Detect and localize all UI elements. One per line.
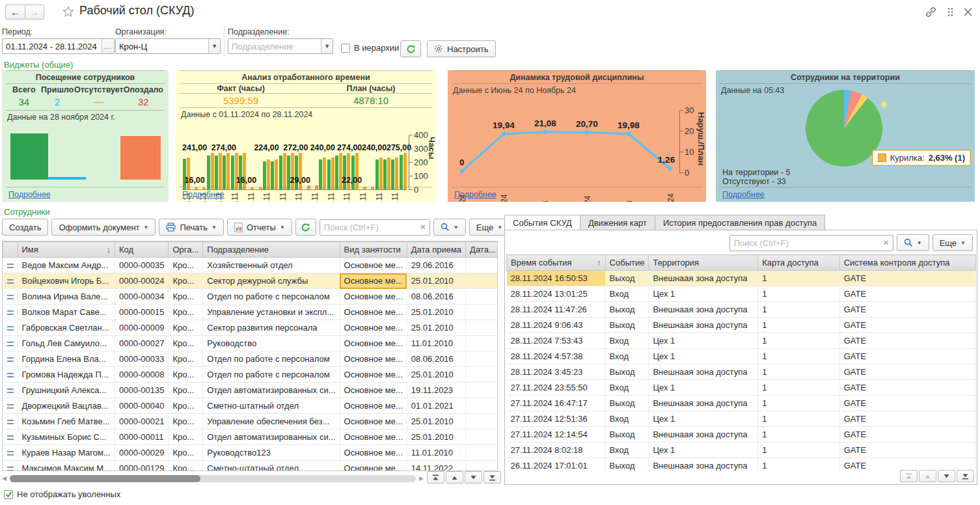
employees-search-field[interactable]: ✕ — [320, 219, 430, 236]
forward-button[interactable]: → — [25, 5, 44, 20]
tab-skud-events[interactable]: События СКУД — [504, 215, 580, 230]
employees-refresh-button[interactable] — [295, 219, 316, 236]
favorite-star-icon[interactable] — [62, 5, 75, 18]
tab-access-rights-history[interactable]: История предоставления прав доступа — [655, 215, 825, 230]
scroll-thumb[interactable] — [10, 475, 200, 482]
table-row[interactable]: 28.11.2024 7:53:43ВходЦех 11GATE — [507, 333, 976, 349]
hierarchy-checkbox-box[interactable] — [341, 44, 350, 53]
tab-card-movements[interactable]: Движения карт — [580, 215, 655, 230]
go-last-button[interactable] — [483, 471, 501, 484]
discipline-more-link[interactable]: Подробнее — [454, 190, 497, 199]
column-header[interactable]: Вид занятости — [340, 242, 407, 258]
column-header[interactable]: Код — [115, 242, 169, 258]
table-row[interactable]: Максимов Максим М...0000-00129Кро...Смет… — [3, 461, 498, 472]
period-picker-button[interactable]: ... — [102, 39, 114, 53]
column-header[interactable] — [3, 242, 18, 258]
org-dropdown-arrow[interactable]: ▼ — [208, 39, 220, 53]
attendance-more-link[interactable]: Подробнее — [8, 190, 51, 199]
employees-hscrollbar[interactable]: ◀ ▶ — [2, 473, 424, 484]
go-next-button[interactable] — [465, 471, 482, 484]
table-row[interactable]: Волина Ирина Вале...0000-00034Кро...Отде… — [3, 289, 498, 305]
org-input[interactable] — [116, 39, 208, 53]
employees-search-button[interactable]: ▼ — [433, 219, 466, 236]
table-row[interactable]: Войцехович Игорь Б...0000-00024Кро...Сек… — [3, 273, 498, 289]
refresh-button[interactable] — [400, 40, 421, 57]
more-menu-icon[interactable] — [947, 7, 953, 17]
table-row[interactable]: 27.11.2024 23:55:50ВходЦех 11GATE — [507, 380, 976, 396]
hide-fired-checkbox-box[interactable] — [4, 490, 13, 499]
table-row[interactable]: Габровская Светлан...0000-00009Кро...Сек… — [3, 320, 498, 336]
bar-Опоздало — [120, 136, 161, 180]
column-header[interactable]: Подразделение — [203, 242, 340, 258]
period-field[interactable]: ... — [2, 38, 115, 54]
clear-search-icon[interactable]: ✕ — [416, 223, 429, 232]
table-row[interactable]: Кузьминых Борис С...0000-00011Кро...Отде… — [3, 430, 498, 445]
table-row[interactable]: 27.11.2024 12:14:54ВыходВнешнаая зона до… — [507, 427, 976, 443]
go-prev-button[interactable] — [919, 470, 936, 482]
table-row[interactable]: Громова Надежда П...0000-00008Кро...Отде… — [3, 367, 498, 383]
table-row[interactable]: 26.11.2024 17:01:01ВыходВнешнаая зона до… — [507, 458, 976, 471]
back-button[interactable]: ← — [5, 5, 25, 20]
events-search-button[interactable]: ▼ — [897, 234, 929, 251]
period-input[interactable] — [3, 39, 102, 53]
go-first-button[interactable] — [427, 471, 444, 484]
table-row[interactable]: 28.11.2024 3:45:23ВыходВнешнаая зона дос… — [507, 364, 976, 380]
column-header[interactable]: Орга... — [169, 242, 203, 258]
table-row[interactable]: Волков Марат Саве...0000-00015Кро...Упра… — [3, 305, 498, 320]
table-row[interactable]: Гольд Лев Самуило...0000-00027Кро...Руко… — [3, 336, 498, 351]
column-header[interactable]: Система контроля доступа — [839, 255, 975, 271]
column-header[interactable]: Событие — [605, 255, 649, 271]
events-more-button[interactable]: Еще▼ — [932, 234, 973, 251]
column-header[interactable]: Карта доступа — [758, 255, 839, 271]
go-next-button[interactable] — [938, 470, 955, 482]
events-search-field[interactable]: ✕ — [729, 235, 893, 251]
dept-dropdown-arrow[interactable]: ▼ — [321, 39, 333, 53]
table-row[interactable]: 27.11.2024 16:47:17ВыходВнешнаая зона до… — [507, 396, 976, 411]
close-icon[interactable] — [964, 8, 972, 16]
table-row[interactable]: Дворжецкий Вацлав...0000-00040Кро...Смет… — [3, 398, 498, 414]
table-row[interactable]: 28.11.2024 16:50:53ВыходВнешнаая зона до… — [507, 271, 976, 286]
go-last-button[interactable] — [957, 470, 974, 482]
worked-time-more-link[interactable]: Подробнее — [182, 190, 225, 199]
reports-button[interactable]: Отчеты▼ — [227, 219, 292, 236]
table-row[interactable]: Гордина Елена Вла...0000-00033Кро...Отде… — [3, 351, 498, 367]
dept-input[interactable] — [228, 39, 321, 53]
make-document-button[interactable]: Оформить документ▼ — [51, 219, 156, 236]
scroll-track[interactable] — [10, 475, 416, 482]
column-header[interactable]: Имя↓ — [18, 242, 115, 258]
scroll-right-icon[interactable]: ▶ — [416, 475, 424, 482]
table-row[interactable]: 28.11.2024 11:47:26ВыходВнешнаая зона до… — [507, 302, 976, 318]
org-field[interactable]: ▼ — [115, 38, 221, 54]
table-row[interactable]: 28.11.2024 9:06:43ВыходВнешнаая зона дос… — [507, 318, 976, 333]
territory-more-link[interactable]: Подробнее — [722, 190, 765, 199]
column-header[interactable]: Дата... — [466, 242, 498, 258]
go-prev-button[interactable] — [446, 471, 463, 484]
go-first-button[interactable] — [900, 470, 918, 482]
table-row[interactable]: 28.11.2024 4:57:38ВходЦех 11GATE — [507, 349, 976, 364]
create-button[interactable]: Создать — [2, 219, 48, 236]
svg-text:21,08: 21,08 — [534, 118, 556, 128]
clear-search-icon[interactable]: ✕ — [880, 238, 893, 247]
scroll-left-icon[interactable]: ◀ — [2, 475, 10, 482]
table-row[interactable]: Кураев Назар Магом...0000-00029Кро...Рук… — [3, 445, 498, 461]
hierarchy-checkbox[interactable]: В иерархии — [341, 43, 399, 53]
table-row[interactable]: 27.11.2024 8:02:18ВходЦех 11GATE — [507, 443, 976, 458]
link-icon[interactable] — [925, 6, 937, 18]
column-header[interactable]: Дата приема — [407, 242, 465, 258]
employees-more-button[interactable]: Еще▼ — [469, 219, 510, 236]
events-search-input[interactable] — [730, 238, 880, 248]
column-header[interactable]: Территория — [649, 255, 758, 271]
tooltip-label: Курилка: — [890, 153, 925, 163]
employee-icon — [7, 342, 14, 346]
table-row[interactable]: Ведов Максим Андр...0000-00035Кро...Хозя… — [3, 258, 498, 273]
column-header[interactable]: Время события↑ — [507, 255, 606, 271]
print-button[interactable]: Печать▼ — [159, 219, 224, 236]
employees-search-input[interactable] — [320, 223, 416, 232]
dept-field[interactable]: ▼ — [228, 38, 333, 54]
table-row[interactable]: Козьмин Глеб Матве...0000-00021Кро...Упр… — [3, 414, 498, 430]
hide-fired-checkbox[interactable]: Не отображать уволенных — [4, 489, 120, 499]
configure-button[interactable]: Настроить — [427, 40, 496, 57]
table-row[interactable]: Грушницкий Алекса...0000-00135Кро...Отде… — [3, 383, 498, 398]
table-row[interactable]: 27.11.2024 12:51:36ВходЦех 11GATE — [507, 411, 976, 427]
table-row[interactable]: 28.11.2024 13:01:25ВходЦех 11GATE — [507, 286, 976, 302]
